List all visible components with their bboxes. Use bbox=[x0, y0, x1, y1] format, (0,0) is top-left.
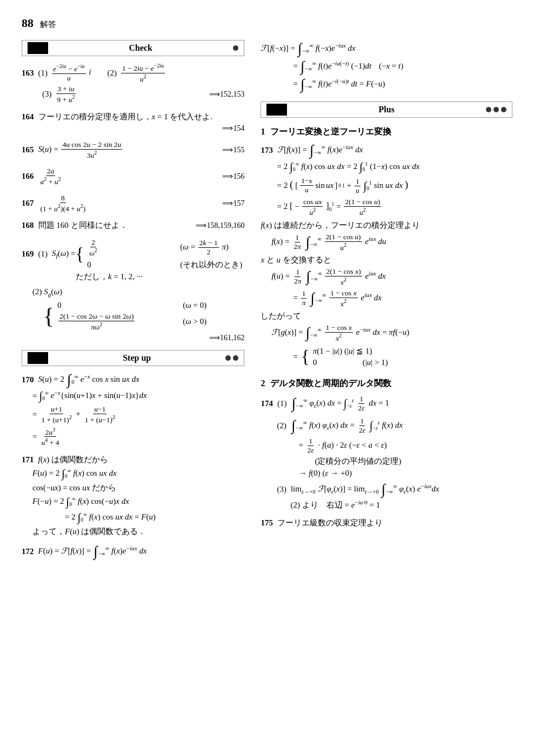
p173-piecewise-wrap: = { π(1 − |u|) (|u| ≦ 1) 0 (|u| > 1) bbox=[293, 346, 512, 367]
p173-val1: π(1 − |u|) (|u| ≦ 1) bbox=[313, 346, 399, 356]
p174-mean-text: (定積分の平均値の定理) bbox=[315, 456, 401, 467]
piecewise-val-2a: 0 bbox=[57, 301, 176, 310]
stepup-dots bbox=[225, 355, 238, 361]
p173-fg: ℱ[g(x)] = ∫−∞∞ 1 − cos xx2 e−iux dx = πf… bbox=[271, 323, 512, 343]
p173-note3: x と u を交換すると bbox=[261, 255, 512, 265]
check-section-header: Check bbox=[22, 40, 244, 56]
p170-line3: = u+1 1 + (u+1)2 + u−1 1 + (u−1)2 bbox=[32, 405, 244, 424]
problem-171: 171 f(x) は偶関数だから F(u) = 2 ∫0∞ f(x) cos u… bbox=[22, 455, 244, 537]
p174-part3-from2: (2) より 右辺 = e−iu·0 = 1 bbox=[290, 499, 380, 510]
plus-dots bbox=[486, 107, 506, 112]
p163-line: 163 (1) e−2iu − e−iu u i (2) 1 − 2iu − e… bbox=[22, 63, 244, 83]
p171-conclusion: よって，F(u) は偶関数である． bbox=[32, 526, 146, 537]
p170-frac1: u+1 1 + (u+1)2 + u−1 1 + (u−1)2 bbox=[39, 405, 117, 424]
p173-line5: f(u) = 12π ∫−∞∞ 2(1 − cos x)x2 eiux dx bbox=[271, 267, 512, 287]
p164-text: フーリエの積分定理を適用し，x = 1 を代入せよ. bbox=[38, 112, 213, 122]
right-eq3: = ∫−∞∞ f(t)e−i(−u)t dt = F(−u) bbox=[293, 77, 512, 92]
p173-line4: = 2 [ − cos uxu2 ]01 = 2(1 − cos u)u2 bbox=[277, 198, 512, 217]
p173-line6: = 1π ∫−∞∞ 1 − cos xx2 eiux dx bbox=[293, 289, 512, 308]
p164-ref: ⟹154 bbox=[222, 124, 244, 133]
p173-inv: f(x) = 12π ∫−∞∞ 2(1 − cos u)u2 eiux du bbox=[271, 233, 386, 252]
p168-text: 問題 160 と同様にせよ． bbox=[38, 220, 128, 231]
problem-165: 165 S(u) = 4u cos 2u − 2 sin 2u 3u2 ⟹155 bbox=[22, 140, 244, 160]
dot-s2 bbox=[233, 355, 238, 361]
main-content: Check 163 (1) e−2iu − e−iu u i (2) bbox=[22, 40, 512, 566]
dot-p1 bbox=[486, 107, 491, 112]
dot-s1 bbox=[225, 355, 231, 361]
p175-line1: 175 フーリエ級数の収束定理より bbox=[261, 518, 512, 528]
p169-num: 169 bbox=[22, 249, 34, 259]
dot-1 bbox=[233, 45, 238, 51]
p169-piecewise2-wrap: { 0 (ω = 0) 2(1 − cos 2ω − ω sin 2ω) πω2 bbox=[43, 301, 244, 332]
p173-num: 173 bbox=[261, 146, 273, 155]
p173-note4: したがって bbox=[261, 311, 512, 321]
p171-line2: F(u) = 2 ∫0∞ f(x) cos ux dx bbox=[32, 467, 244, 481]
p167-expr: 8 (1 + u2)(4 + u2) bbox=[38, 194, 88, 213]
p171-line6: よって，F(u) は偶関数である． bbox=[32, 526, 244, 537]
p173-expr1: ℱ[f(x)] = ∫−∞∞ f(x)e−iux dx bbox=[277, 143, 363, 158]
p173-brace: { bbox=[301, 348, 310, 366]
problem-164: 164 フーリエの積分定理を適用し，x = 1 を代入せよ. ⟹154 bbox=[22, 112, 244, 133]
p175-num: 175 bbox=[261, 518, 273, 528]
right-lhs1: ℱ[f(−x)] = ∫−∞∞ f(−x)e−iux dx bbox=[261, 42, 355, 56]
p173-note3-text: x と u を交換すると bbox=[261, 255, 331, 265]
p174-part2-label: (2) bbox=[277, 421, 286, 430]
p175-text: フーリエ級数の収束定理より bbox=[277, 518, 383, 528]
p163-frac2: 1 − 2iu − e−2iu u2 bbox=[120, 63, 166, 83]
p174-eq2: = 12ε · f(a) · 2ε (−ε < a < ε) bbox=[298, 437, 386, 455]
piecewise-val-1b: 0 bbox=[87, 260, 173, 269]
piecewise-brace-2: { bbox=[43, 305, 54, 327]
p170-num: 170 bbox=[22, 375, 34, 384]
piecewise-cases-2: 0 (ω = 0) 2(1 − cos 2ω − ω sin 2ω) πω2 (… bbox=[57, 301, 206, 332]
p174-part1-expr: ∫−∞∞ φε(x) dx = ∫−εε 12ε dx = 1 bbox=[291, 395, 389, 413]
problem-172: 172 F(u) = ℱ[f(x)] = ∫−∞∞ f(x)e−iux dx bbox=[22, 544, 244, 559]
p173-cases: π(1 − |u|) (|u| ≦ 1) 0 (|u| > 1) bbox=[313, 346, 399, 367]
p174-line1: 174 (1) ∫−∞∞ φε(x) dx = ∫−εε 12ε dx = 1 bbox=[261, 395, 512, 413]
stepup-title: Step up bbox=[48, 353, 225, 363]
p172-line1: 172 F(u) = ℱ[f(x)] = ∫−∞∞ f(x)e−iux dx bbox=[22, 544, 244, 559]
page-number: 88 bbox=[22, 16, 34, 30]
p165-expr: S(u) = 4u cos 2u − 2 sin 2u 3u2 bbox=[38, 140, 124, 160]
right-eq1: ℱ[f(−x)] = ∫−∞∞ f(−x)e−iux dx bbox=[261, 42, 512, 56]
p173-note1-text: f(x) は連続だから，フーリエの積分定理より bbox=[261, 220, 420, 231]
piecewise-cases-1: 2ω2 (ω = 2k − 12 π) 0 (それ以外のとき) bbox=[87, 238, 242, 270]
p170-line4: = 2u3 u4 + 4 bbox=[32, 427, 244, 447]
p171-cos: cos(−ux) = cos ux だから bbox=[32, 483, 116, 493]
p169-piecewise2: { 0 (ω = 0) 2(1 − cos 2ω − ω sin 2ω) πω2 bbox=[43, 301, 206, 332]
p163-frac1: e−2iu − e−iu u i bbox=[51, 63, 91, 83]
piecewise-row-1a: 2ω2 (ω = 2k − 12 π) bbox=[87, 238, 242, 258]
p170-line1: 170 S(u) = 2 ∫0∞ e−x cos x sin ux dx bbox=[22, 373, 244, 387]
p173-line1: 173 ℱ[f(x)] = ∫−∞∞ f(x)e−iux dx bbox=[261, 143, 512, 158]
page-label: 解答 bbox=[40, 19, 56, 30]
p173-fg-expr: ℱ[g(x)] = ∫−∞∞ 1 − cos xx2 e−iux dx = πf… bbox=[271, 323, 409, 343]
p163-ref: ⟹152,153 bbox=[209, 90, 245, 99]
problem-170: 170 S(u) = 2 ∫0∞ e−x cos x sin ux dx = ∫… bbox=[22, 373, 244, 447]
p171-line4: F(−u) = 2 ∫0∞ f(x) cos(−u)x dx bbox=[32, 495, 244, 509]
p164-line: 164 フーリエの積分定理を適用し，x = 1 を代入せよ. bbox=[22, 112, 244, 122]
p173-note2: f(x) = 12π ∫−∞∞ 2(1 − cos u)u2 eiux du bbox=[271, 233, 512, 252]
p172-num: 172 bbox=[22, 547, 34, 556]
p166-line: 166 2a a2 + u2 ⟹156 bbox=[22, 167, 244, 186]
problem-169: 169 (1) Sf(ω) = { 2ω2 (ω = 2k − 12 bbox=[22, 238, 244, 342]
piecewise-cond-2a: (ω = 0) bbox=[183, 301, 206, 310]
p171-line3: cos(−ux) = cos ux だから bbox=[32, 483, 244, 493]
sec1-title: フーリエ変換と逆フーリエ変換 bbox=[270, 126, 391, 138]
p168-ref: ⟹158,159,160 bbox=[196, 221, 244, 230]
piecewise-cond-2b: (ω > 0) bbox=[183, 317, 206, 326]
p173-note4-text: したがって bbox=[261, 311, 301, 321]
p167-num: 167 bbox=[22, 199, 34, 208]
black-box-plus bbox=[266, 104, 287, 116]
piecewise-brace-1: { bbox=[75, 245, 84, 263]
p174-limit: → f(0) (ε → +0) bbox=[298, 469, 512, 478]
section1-header: 1 フーリエ変換と逆フーリエ変換 bbox=[261, 126, 512, 138]
p174-part3-label: (3) bbox=[277, 485, 286, 494]
right-column: ℱ[f(−x)] = ∫−∞∞ f(−x)e−iux dx = ∫−∞∞ f(t… bbox=[255, 40, 512, 566]
p173-fu3: = 1π ∫−∞∞ 1 − cos xx2 eiux dx bbox=[293, 289, 381, 308]
piecewise-cond-1b: (それ以外のとき) bbox=[180, 260, 242, 270]
stepup-section-header: Step up bbox=[22, 350, 244, 366]
p169-part2-label: (2) Sg(ω) bbox=[32, 287, 62, 298]
piecewise-row-1b: 0 (それ以外のとき) bbox=[87, 260, 242, 270]
problem-166: 166 2a a2 + u2 ⟹156 bbox=[22, 167, 244, 186]
problem-168: 168 問題 160 と同様にせよ． ⟹158,159,160 bbox=[22, 220, 244, 231]
problem-167: 167 8 (1 + u2)(4 + u2) ⟹157 bbox=[22, 194, 244, 213]
